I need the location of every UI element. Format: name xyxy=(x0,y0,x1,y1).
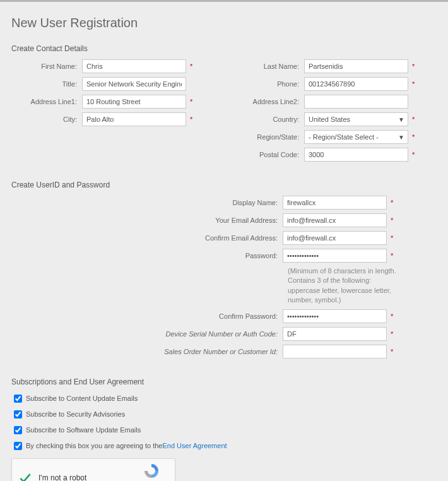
title-field[interactable] xyxy=(82,77,186,91)
address2-field[interactable] xyxy=(304,95,408,109)
confirm-email-field[interactable] xyxy=(283,231,387,245)
required-asterisk: * xyxy=(412,133,415,141)
required-asterisk: * xyxy=(391,330,393,338)
required-asterisk: * xyxy=(190,116,192,123)
label-postal: Postal Code: xyxy=(233,151,304,158)
section-contact-title: Create Contact Details xyxy=(11,44,437,53)
section-subs-title: Subscriptions and End User Agreement xyxy=(11,377,437,386)
subscribe-software-label: Subscribe to Software Update Emails xyxy=(26,426,141,434)
region-select[interactable]: - Region/State Select - xyxy=(304,130,408,144)
subscribe-security-label: Subscribe to Security Advisories xyxy=(26,410,125,418)
label-city: City: xyxy=(11,116,82,123)
checkmark-icon xyxy=(18,471,32,481)
required-asterisk: * xyxy=(412,62,415,70)
label-title: Title: xyxy=(11,80,82,88)
required-asterisk: * xyxy=(412,151,415,158)
device-serial-field[interactable] xyxy=(283,327,387,341)
subscribe-content-label: Subscribe to Content Update Emails xyxy=(26,395,138,402)
recaptcha-icon xyxy=(143,462,160,480)
password-field[interactable] xyxy=(283,249,387,263)
page-title: New User Registration xyxy=(11,16,437,30)
required-asterisk: * xyxy=(412,80,415,88)
required-asterisk: * xyxy=(391,348,393,355)
registration-form: New User Registration Create Contact Det… xyxy=(0,0,448,481)
required-asterisk: * xyxy=(391,234,393,242)
required-asterisk: * xyxy=(391,252,393,259)
required-asterisk: * xyxy=(190,62,192,70)
subscribe-security-checkbox[interactable] xyxy=(14,410,22,419)
agreement-text: By checking this box you are agreeing to… xyxy=(26,442,162,449)
label-first-name: First Name: xyxy=(11,62,82,70)
required-asterisk: * xyxy=(391,199,393,206)
label-last-name: Last Name: xyxy=(233,62,304,70)
password-hint: (Minimum of 8 characters in length. Cont… xyxy=(288,266,401,306)
last-name-field[interactable] xyxy=(304,59,408,73)
required-asterisk: * xyxy=(391,217,393,224)
label-confirm-password: Confirm Password: xyxy=(131,312,283,320)
end-user-agreement-link[interactable]: End User Agreement xyxy=(162,442,227,449)
label-addr1: Address Line1: xyxy=(11,98,82,105)
contact-details: First Name: * Title: Address Line1: * Ci… xyxy=(11,59,437,165)
captcha-label: I'm not a robot xyxy=(38,473,134,481)
subscribe-software-checkbox[interactable] xyxy=(14,426,22,434)
userid-fields: Display Name: * Your Email Address: * Co… xyxy=(131,196,437,359)
recaptcha-badge: reCAPTCHA Privacy - Terms xyxy=(134,462,168,481)
subscriptions: Subscribe to Content Update Emails Subsc… xyxy=(11,393,437,452)
sales-order-field[interactable] xyxy=(283,345,387,359)
required-asterisk: * xyxy=(412,116,415,123)
label-email: Your Email Address: xyxy=(131,217,283,224)
postal-field[interactable] xyxy=(304,148,408,162)
label-addr2: Address Line2: xyxy=(233,98,304,105)
recaptcha-widget[interactable]: I'm not a robot reCAPTCHA Privacy - Term… xyxy=(11,458,175,481)
label-confirm-email: Confirm Email Address: xyxy=(131,234,283,242)
address1-field[interactable] xyxy=(82,95,186,109)
phone-field[interactable] xyxy=(304,77,408,91)
agreement-checkbox[interactable] xyxy=(14,442,22,450)
confirm-password-field[interactable] xyxy=(283,309,387,323)
display-name-field[interactable] xyxy=(283,196,387,210)
section-userid-title: Create UserID and Password xyxy=(11,181,437,189)
label-sales-order: Sales Order Number or Customer Id: xyxy=(131,348,283,355)
email-field[interactable] xyxy=(283,213,387,227)
label-phone: Phone: xyxy=(233,80,304,88)
label-display-name: Display Name: xyxy=(131,199,283,206)
label-password: Password: xyxy=(131,252,283,259)
first-name-field[interactable] xyxy=(82,59,186,73)
label-device-serial: Device Serial Number or Auth Code: xyxy=(131,330,283,338)
country-select[interactable]: United States xyxy=(304,112,408,126)
required-asterisk: * xyxy=(391,312,393,320)
subscribe-content-checkbox[interactable] xyxy=(14,395,22,403)
required-asterisk: * xyxy=(190,98,192,105)
city-field[interactable] xyxy=(82,112,186,126)
label-country: Country: xyxy=(233,116,304,123)
label-region: Region/State: xyxy=(233,133,304,141)
